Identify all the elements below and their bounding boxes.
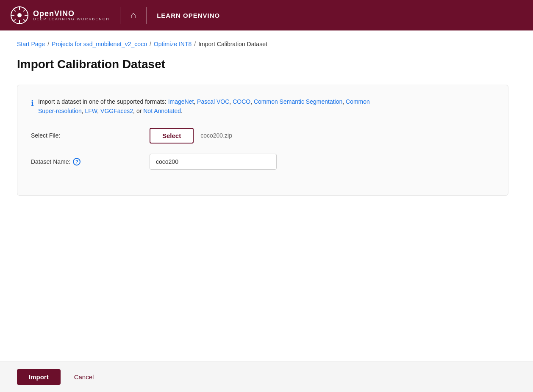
- learn-openvino-link[interactable]: LEARN OPENVINO: [157, 12, 220, 19]
- import-button[interactable]: Import: [17, 369, 61, 385]
- format-not-annotated-link[interactable]: Not Annotated: [143, 108, 181, 114]
- format-imagenet-link[interactable]: ImageNet: [168, 98, 194, 105]
- breadcrumb: Start Page / Projects for ssd_mobilenet_…: [17, 41, 516, 47]
- format-lfw-link[interactable]: LFW: [85, 108, 97, 114]
- header-divider-1: [120, 7, 120, 24]
- breadcrumb-start-page[interactable]: Start Page: [17, 41, 45, 47]
- svg-point-1: [17, 13, 22, 17]
- header: OpenVINO DEEP LEARNING WORKBENCH ⌂ LEARN…: [0, 0, 533, 30]
- breadcrumb-sep-2: /: [150, 41, 151, 47]
- dataset-name-row: Dataset Name: ?: [31, 154, 494, 170]
- info-text: Import a dataset in one of the supported…: [38, 97, 370, 116]
- header-divider-2: [146, 7, 147, 24]
- dataset-name-input[interactable]: [150, 154, 277, 170]
- svg-line-7: [23, 19, 26, 22]
- svg-line-8: [23, 9, 26, 11]
- select-file-row: Select File: Select coco200.zip: [31, 128, 494, 144]
- logo: OpenVINO DEEP LEARNING WORKBENCH: [10, 6, 110, 25]
- select-file-label: Select File:: [31, 132, 150, 139]
- logo-openvino-label: OpenVINO: [33, 10, 110, 17]
- home-icon[interactable]: ⌂: [130, 10, 136, 21]
- openvino-logo-icon: [10, 6, 29, 25]
- format-vggfaces2-link[interactable]: VGGFaces2: [100, 108, 133, 114]
- selected-file-name: coco200.zip: [200, 132, 232, 139]
- breadcrumb-current: Import Calibration Dataset: [198, 41, 267, 47]
- breadcrumb-projects-link[interactable]: Projects for ssd_mobilenet_v2_coco: [52, 41, 147, 47]
- info-icon: ℹ: [31, 97, 34, 110]
- cancel-button[interactable]: Cancel: [67, 369, 101, 385]
- svg-line-9: [13, 19, 16, 22]
- info-message: ℹ Import a dataset in one of the support…: [31, 97, 494, 116]
- breadcrumb-optimize-link[interactable]: Optimize INT8: [154, 41, 192, 47]
- breadcrumb-sep-3: /: [194, 41, 196, 47]
- main-content: Start Page / Projects for ssd_mobilenet_…: [0, 30, 533, 362]
- format-coco-link[interactable]: COCO: [233, 98, 250, 105]
- breadcrumb-sep-1: /: [47, 41, 49, 47]
- info-box: ℹ Import a dataset in one of the support…: [17, 85, 508, 196]
- logo-text: OpenVINO DEEP LEARNING WORKBENCH: [33, 10, 110, 21]
- dataset-name-help-icon[interactable]: ?: [73, 158, 81, 166]
- footer: Import Cancel: [0, 362, 533, 392]
- logo-sub-label: DEEP LEARNING WORKBENCH: [33, 17, 110, 21]
- svg-line-6: [13, 9, 16, 11]
- select-file-button[interactable]: Select: [150, 128, 194, 144]
- dataset-name-label: Dataset Name: ?: [31, 158, 150, 166]
- format-pascal-voc-link[interactable]: Pascal VOC: [197, 98, 229, 105]
- page-title: Import Calibration Dataset: [17, 58, 516, 71]
- format-common-semantic-link[interactable]: Common Semantic Segmentation: [254, 98, 342, 105]
